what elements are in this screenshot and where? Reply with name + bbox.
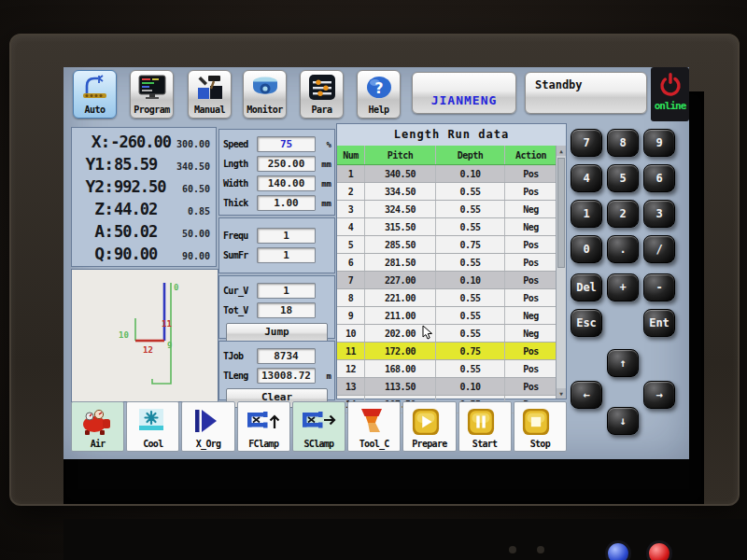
table-row-10[interactable]: 10 202.00 0.55 Neg	[337, 325, 557, 343]
key-0[interactable]: 0	[571, 235, 602, 263]
nav-button-monitor[interactable]: Monitor	[243, 70, 287, 119]
key-slash[interactable]: /	[643, 235, 675, 263]
bottom-button-start[interactable]: Start	[458, 401, 512, 452]
bottom-button-x_org[interactable]: X_Org	[181, 401, 234, 452]
profile-sketch: 0 11 9 10 12	[72, 270, 216, 399]
bottom-button-sclamp[interactable]: SClamp	[292, 401, 345, 452]
tot-v-input[interactable]: 18	[257, 302, 316, 318]
axis-target: 340.50	[167, 161, 210, 172]
machine-status-panel: Standby	[525, 72, 647, 114]
table-header-row: Num Pitch Depth Action	[337, 146, 557, 165]
key-9[interactable]: 9	[643, 129, 675, 157]
air-compressor-icon	[80, 408, 116, 438]
key-7[interactable]: 7	[571, 129, 602, 157]
table-scrollbar[interactable]: ▲ ▼	[556, 146, 566, 399]
nav-button-help[interactable]: ? Help	[357, 70, 401, 119]
panel-screw	[537, 546, 544, 553]
bottom-button-cool[interactable]: Cool	[126, 401, 179, 452]
key-8[interactable]: 8	[607, 129, 639, 157]
tleng-unit: m	[316, 371, 331, 381]
nav-button-para[interactable]: Para	[300, 70, 344, 119]
table-row-1[interactable]: 1 340.50 0.10 Pos	[337, 165, 557, 183]
table-row-4[interactable]: 4 315.50 0.55 Neg	[337, 218, 557, 236]
axis-row-z: Z: 44.02 0.85	[74, 199, 210, 221]
key-3[interactable]: 3	[643, 200, 675, 228]
power-patch: online	[651, 67, 689, 121]
table-title: Length Run data	[337, 124, 566, 147]
key-plus[interactable]: +	[607, 273, 639, 301]
length-input[interactable]: 250.00	[257, 156, 316, 172]
scroll-up-icon[interactable]: ▲	[557, 146, 566, 156]
nav-button-auto[interactable]: Auto	[73, 70, 117, 119]
power-icon[interactable]	[657, 70, 684, 98]
nav-button-program[interactable]: Program	[130, 70, 174, 119]
table-row-3[interactable]: 3 324.50 0.55 Neg	[337, 201, 557, 218]
hardware-red-button[interactable]	[646, 540, 672, 560]
table-row-7[interactable]: 7 227.00 0.10 Pos	[337, 272, 557, 289]
key-arrow-left[interactable]: ←	[571, 381, 602, 409]
table-row-8[interactable]: 8 221.00 0.55 Pos	[337, 289, 557, 307]
key-del[interactable]: Del	[571, 273, 602, 301]
table-row-11[interactable]: 11 172.00 0.75 Pos	[337, 343, 557, 360]
bottom-button-air[interactable]: Air	[71, 401, 124, 452]
camera-icon	[250, 75, 280, 101]
frequ-input[interactable]: 1	[257, 228, 316, 244]
key-arrow-down[interactable]: ↓	[607, 407, 639, 435]
segment-label-9: 9	[167, 341, 172, 350]
axis-target: 300.00	[171, 139, 210, 149]
key-dot[interactable]: .	[607, 235, 639, 263]
tool-change-icon	[357, 408, 392, 438]
col-header-num: Num	[337, 146, 365, 164]
status-label: Standby	[535, 78, 583, 91]
bottom-button-stop[interactable]: Stop	[514, 401, 567, 452]
key-1[interactable]: 1	[571, 200, 602, 228]
jump-button[interactable]: Jump	[226, 323, 328, 343]
axis-label: A:	[74, 221, 113, 241]
thick-input[interactable]: 1.00	[257, 195, 316, 211]
table-row-2[interactable]: 2 334.50 0.55 Pos	[337, 183, 557, 201]
cur-v-input[interactable]: 1	[257, 283, 316, 299]
nav-button-manual[interactable]: Manual	[188, 70, 232, 119]
table-row-13[interactable]: 13 113.50 0.10 Pos	[337, 378, 557, 396]
axis-row-a: A: 50.02 50.00	[74, 221, 210, 244]
key-6[interactable]: 6	[643, 164, 675, 192]
thick-unit: mm	[316, 199, 331, 208]
speed-input[interactable]: 75	[257, 136, 316, 152]
axis-label: Z:	[74, 199, 113, 218]
table-row-6[interactable]: 6 281.50 0.55 Pos	[337, 254, 557, 272]
axis-value: 44.02	[113, 200, 167, 218]
frequ-label: Frequ	[223, 231, 257, 241]
axis-value: 50.02	[113, 222, 167, 241]
hardware-blue-button[interactable]	[605, 540, 631, 560]
table-row-9[interactable]: 9 211.00 0.55 Neg	[337, 307, 557, 325]
table-row-12[interactable]: 12 168.00 0.55 Pos	[337, 360, 557, 378]
key-5[interactable]: 5	[607, 164, 639, 192]
scroll-thumb[interactable]	[557, 158, 565, 268]
sumfr-input[interactable]: 1	[257, 247, 316, 263]
bottom-button-prepare[interactable]: Prepare	[402, 401, 456, 452]
program-monitor-icon	[137, 75, 167, 101]
brand-panel: JIANMENG	[412, 72, 516, 114]
key-esc[interactable]: Esc	[571, 309, 602, 337]
axis-value: 85.59	[113, 155, 167, 174]
key-arrow-right[interactable]: →	[643, 381, 675, 409]
key-2[interactable]: 2	[607, 200, 639, 228]
key-ent[interactable]: Ent	[643, 309, 675, 337]
bottom-button-fclamp[interactable]: FClamp	[237, 401, 290, 452]
axis-label: Q:	[74, 244, 113, 263]
cur-v-label: Cur_V	[223, 286, 257, 296]
col-header-depth: Depth	[436, 146, 505, 164]
key-4[interactable]: 4	[571, 164, 602, 192]
key-minus[interactable]: -	[643, 273, 675, 301]
tjob-input[interactable]: 8734	[257, 348, 316, 364]
width-input[interactable]: 140.00	[257, 175, 316, 191]
speed-unit: %	[316, 140, 331, 149]
step-panel: Cur_V 1 Tot_V 18 Jump	[218, 275, 335, 339]
table-row-5[interactable]: 5 285.50 0.75 Pos	[337, 236, 557, 254]
bottom-button-tool_c[interactable]: Tool_C	[347, 401, 401, 452]
segment-label-11: 11	[162, 319, 172, 329]
scroll-down-icon[interactable]: ▼	[557, 388, 566, 399]
tleng-input[interactable]: 13008.72	[257, 368, 316, 384]
run-table-body: 1 340.50 0.10 Pos 2 334.50 0.55 Pos 3 32…	[337, 165, 557, 413]
key-arrow-up[interactable]: ↑	[607, 349, 639, 377]
